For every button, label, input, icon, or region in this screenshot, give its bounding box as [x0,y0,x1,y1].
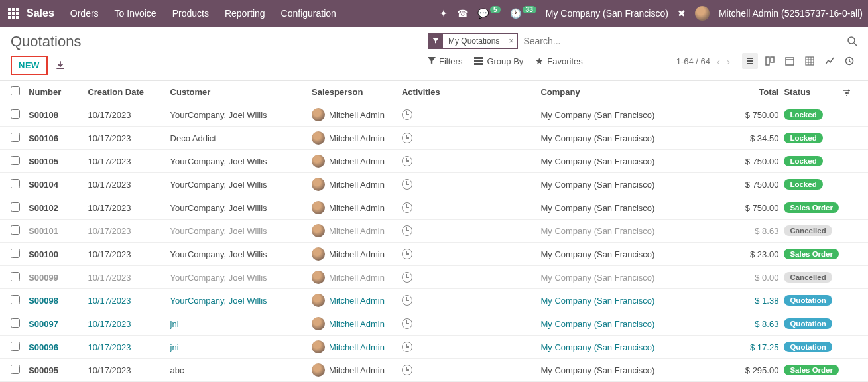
table-row[interactable]: S0009810/17/2023YourCompany, Joel Willis… [0,289,868,312]
table-row[interactable]: S0009910/17/2023YourCompany, Joel Willis… [0,266,868,289]
company-switcher[interactable]: My Company (San Francisco) [546,8,668,19]
table-row[interactable]: S0010210/17/2023YourCompany, Joel Willis… [0,196,868,220]
nav-orders[interactable]: Orders [70,8,99,19]
row-number[interactable]: S00098 [29,296,88,306]
svg-rect-4 [766,57,769,65]
row-checkbox[interactable] [11,318,20,328]
row-customer: YourCompany, Joel Willis [170,273,312,283]
row-salesperson: Mitchell Admin [312,247,402,261]
col-status[interactable]: Status [784,87,841,97]
row-number[interactable]: S00096 [29,342,88,352]
table-row[interactable]: S0009610/17/2023jniMitchell AdminMy Comp… [0,336,868,359]
col-options-icon[interactable] [842,88,857,97]
row-activity[interactable] [402,109,541,120]
filter-icon [428,34,443,48]
row-activity[interactable] [402,202,541,213]
row-number[interactable]: S00104 [29,180,88,190]
view-calendar-icon[interactable] [782,53,798,69]
table-row[interactable]: S0009710/17/2023jniMitchell AdminMy Comp… [0,312,868,336]
view-pivot-icon[interactable] [802,53,818,69]
nav-configuration[interactable]: Configuration [281,8,336,19]
row-number[interactable]: S00108 [29,110,88,120]
row-activity[interactable] [402,295,541,306]
view-activity-icon[interactable] [841,53,857,69]
row-total: $ 8.63 [713,319,784,329]
search-input[interactable] [522,33,843,49]
row-checkbox[interactable] [11,179,20,188]
row-checkbox[interactable] [11,342,20,351]
row-checkbox[interactable] [11,295,20,304]
row-number[interactable]: S00101 [29,226,88,236]
table-row[interactable]: S0010610/17/2023Deco AddictMitchell Admi… [0,127,868,150]
row-activity[interactable] [402,318,541,329]
row-activity[interactable] [402,272,541,283]
view-kanban-icon[interactable] [762,53,778,69]
favorites-button[interactable]: ★Favorites [535,56,582,66]
apps-icon[interactable] [8,8,19,19]
tools-icon[interactable]: ✖ [678,8,686,19]
row-salesperson: Mitchell Admin [312,131,402,145]
pager-prev[interactable]: ‹ [717,56,720,67]
table-row[interactable]: S0010110/17/2023YourCompany, Joel Willis… [0,220,868,243]
col-total[interactable]: Total [713,87,784,97]
row-checkbox[interactable] [11,202,20,212]
filter-chip-remove[interactable]: × [505,34,517,48]
row-activity[interactable] [402,225,541,236]
col-customer[interactable]: Customer [170,87,312,97]
pager-next[interactable]: › [727,56,730,67]
user-menu[interactable]: Mitchell Admin (52515737-16-0-all) [719,8,863,19]
row-number[interactable]: S00099 [29,273,88,283]
row-checkbox[interactable] [11,133,20,142]
col-activities[interactable]: Activities [402,87,541,97]
row-checkbox[interactable] [11,156,20,165]
col-company[interactable]: Company [540,87,713,97]
nav-to-invoice[interactable]: To Invoice [115,8,156,19]
row-activity[interactable] [402,179,541,190]
table-row[interactable]: S0010410/17/2023YourCompany, Joel Willis… [0,173,868,196]
app-name[interactable]: Sales [27,7,54,19]
user-avatar[interactable] [695,6,710,21]
col-date[interactable]: Creation Date [88,87,170,97]
pager-text[interactable]: 1-64 / 64 [676,56,710,66]
select-all-checkbox[interactable] [11,86,20,96]
table-row[interactable]: S0010010/17/2023YourCompany, Joel Willis… [0,243,868,266]
filters-button[interactable]: Filters [428,56,462,66]
nav-reporting[interactable]: Reporting [225,8,265,19]
row-activity[interactable] [402,365,541,375]
col-number[interactable]: Number [29,87,88,97]
col-salesperson[interactable]: Salesperson [312,87,402,97]
row-activity[interactable] [402,156,541,166]
table-row[interactable]: S0009510/17/2023abcMitchell AdminMy Comp… [0,359,868,382]
view-graph-icon[interactable] [822,53,837,69]
row-date: 10/17/2023 [88,319,170,329]
table-row[interactable]: S0010810/17/2023YourCompany, Joel Willis… [0,103,868,127]
groupby-button[interactable]: Group By [474,56,523,66]
view-list-icon[interactable] [742,53,758,69]
row-checkbox[interactable] [11,365,20,374]
row-activity[interactable] [402,342,541,352]
row-activity[interactable] [402,249,541,259]
debug-icon[interactable]: ✦ [440,8,448,19]
row-number[interactable]: S00102 [29,203,88,213]
nav-products[interactable]: Products [172,8,209,19]
download-icon[interactable] [56,61,65,70]
table-row[interactable]: S0010510/17/2023YourCompany, Joel Willis… [0,150,868,173]
row-customer: jni [170,342,312,352]
row-activity[interactable] [402,133,541,143]
row-checkbox[interactable] [11,225,20,235]
new-button[interactable]: NEW [11,56,48,75]
search-icon[interactable] [847,36,857,46]
row-number[interactable]: S00106 [29,133,88,143]
row-checkbox[interactable] [11,109,20,119]
support-icon[interactable]: ☎ [457,8,468,19]
clock-icon [402,179,412,190]
row-number[interactable]: S00097 [29,319,88,329]
activities-icon[interactable]: 🕐33 [510,8,536,19]
row-number[interactable]: S00095 [29,365,88,375]
messages-icon[interactable]: 💬5 [477,8,501,19]
row-number[interactable]: S00100 [29,249,88,259]
row-checkbox[interactable] [11,249,20,258]
row-number[interactable]: S00105 [29,157,88,166]
row-checkbox[interactable] [11,272,20,281]
row-date: 10/17/2023 [88,296,170,306]
